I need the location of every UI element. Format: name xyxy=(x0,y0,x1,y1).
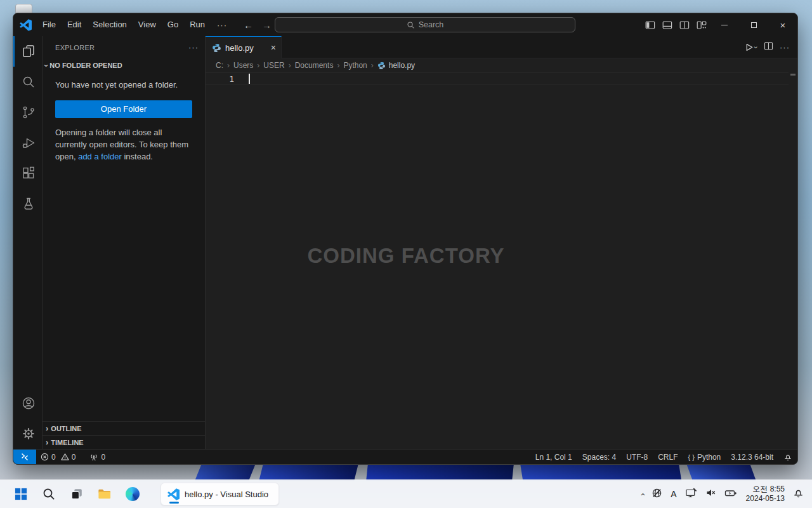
activity-extensions[interactable] xyxy=(13,158,42,189)
activity-source-control[interactable] xyxy=(13,97,42,128)
braces-icon: { } xyxy=(688,453,695,461)
edge-icon xyxy=(126,487,140,501)
text-cursor xyxy=(249,74,250,84)
search-icon xyxy=(42,487,56,501)
activity-explorer[interactable] xyxy=(13,36,42,67)
folder-icon xyxy=(97,486,112,502)
toggle-secondary-sidebar-icon[interactable] xyxy=(676,13,693,36)
ports-status[interactable]: 0 xyxy=(85,450,110,464)
split-editor-button[interactable] xyxy=(764,41,773,53)
chevron-down-icon: › xyxy=(43,64,51,67)
breadcrumb-item[interactable]: C: xyxy=(216,61,223,70)
breadcrumb-file[interactable]: hello.py xyxy=(377,61,415,70)
cast-display-icon[interactable] xyxy=(685,487,697,501)
titlebar-controls: × xyxy=(641,13,797,36)
volume-muted-icon[interactable] xyxy=(705,488,716,500)
remote-indicator[interactable] xyxy=(13,450,36,464)
menu-edit[interactable]: Edit xyxy=(62,13,87,36)
monitor-pen-icon xyxy=(685,487,697,498)
problems-status[interactable]: 0 0 xyxy=(36,450,80,464)
interpreter-label: 3.12.3 64-bit xyxy=(731,453,773,462)
indentation-status[interactable]: Spaces: 4 xyxy=(577,450,621,464)
notifications-button[interactable] xyxy=(778,450,797,464)
bell-icon xyxy=(783,452,792,462)
taskbar-search-button[interactable] xyxy=(41,487,56,502)
customize-layout-icon[interactable] xyxy=(693,13,710,36)
extensions-icon xyxy=(21,166,36,181)
network-status-icon[interactable] xyxy=(652,488,662,501)
search-icon xyxy=(21,74,36,90)
warning-icon xyxy=(61,453,69,461)
error-icon xyxy=(41,453,49,461)
menu-selection[interactable]: Selection xyxy=(87,13,132,36)
activity-testing[interactable] xyxy=(13,189,42,219)
notification-center-button[interactable] xyxy=(793,487,804,501)
panel-outline[interactable]: › OUTLINE xyxy=(43,421,205,435)
chevron-right-icon: › xyxy=(337,61,339,70)
taskbar-clock[interactable]: 오전 8:55 2024-05-13 xyxy=(746,485,785,504)
hidden-icons-chevron-icon[interactable]: › xyxy=(638,493,646,495)
breadcrumb-item[interactable]: Python xyxy=(343,61,367,70)
edge-browser-button[interactable] xyxy=(125,487,140,502)
cursor-position-status[interactable]: Ln 1, Col 1 xyxy=(530,450,577,464)
toggle-panel-icon[interactable] xyxy=(658,13,676,36)
file-explorer-button[interactable] xyxy=(97,487,112,502)
ime-language-indicator[interactable]: A xyxy=(671,489,676,499)
running-app-indicator xyxy=(169,502,179,504)
run-dropdown-chevron-icon[interactable]: › xyxy=(753,46,760,48)
menu-overflow-icon[interactable]: ··· xyxy=(211,20,233,30)
tab-hello-py[interactable]: hello.py × xyxy=(206,36,282,58)
vscode-window: File Edit Selection View Go Run ··· ← → … xyxy=(13,13,798,465)
overview-ruler-cursor-mark xyxy=(790,74,796,76)
settings-button[interactable] xyxy=(13,418,42,449)
panel-timeline[interactable]: › TIMELINE xyxy=(43,435,205,449)
battery-charging-icon[interactable] xyxy=(724,488,738,501)
panel-outline-label: OUTLINE xyxy=(51,425,81,432)
chevron-right-icon: › xyxy=(289,61,291,70)
breadcrumb-item[interactable]: Users xyxy=(233,61,253,70)
remote-icon xyxy=(20,452,29,462)
status-bar-right: Ln 1, Col 1 Spaces: 4 UTF-8 CRLF { } Pyt… xyxy=(530,450,797,464)
debug-icon xyxy=(21,135,36,150)
section-no-folder-opened[interactable]: › NO FOLDER OPENED xyxy=(43,58,205,72)
menu-run[interactable]: Run xyxy=(184,13,211,36)
maximize-button[interactable] xyxy=(739,13,768,36)
sidebar-more-actions-icon[interactable]: ··· xyxy=(188,43,199,52)
menu-go[interactable]: Go xyxy=(162,13,184,36)
forward-icon[interactable]: → xyxy=(262,20,272,30)
tab-close-icon[interactable]: × xyxy=(271,43,276,52)
empty-folder-message: You have not yet opened a folder. xyxy=(55,79,192,91)
task-view-button[interactable] xyxy=(69,487,84,502)
accounts-button[interactable] xyxy=(13,388,42,418)
encoding-status[interactable]: UTF-8 xyxy=(621,450,653,464)
toggle-primary-sidebar-icon[interactable] xyxy=(641,13,658,36)
eol-status[interactable]: CRLF xyxy=(653,450,683,464)
command-center-search[interactable]: Search xyxy=(275,17,575,32)
python-interpreter-status[interactable]: 3.12.3 64-bit xyxy=(726,450,778,464)
code-area[interactable]: 1 CODING FACTORY xyxy=(206,72,797,449)
run-python-file-button[interactable]: › xyxy=(744,43,757,52)
back-icon[interactable]: ← xyxy=(244,20,253,30)
clock-time: 오전 8:55 xyxy=(746,485,785,494)
breadcrumb[interactable]: C: › Users › USER › Documents › Python › xyxy=(206,58,797,72)
cursor-position-label: Ln 1, Col 1 xyxy=(535,453,572,462)
sidebar-title: EXPLORER xyxy=(55,44,95,51)
add-folder-link[interactable]: add a folder xyxy=(78,152,122,161)
chevron-right-icon: › xyxy=(227,61,230,70)
open-folder-button[interactable]: Open Folder xyxy=(55,100,192,118)
editor-more-actions-icon[interactable]: ··· xyxy=(780,43,790,52)
task-view-icon xyxy=(70,487,84,501)
titlebar: File Edit Selection View Go Run ··· ← → … xyxy=(13,13,797,36)
activity-search[interactable] xyxy=(13,67,42,97)
minimize-button[interactable] xyxy=(710,13,739,36)
close-button[interactable]: × xyxy=(768,13,797,36)
taskbar-app-vscode[interactable]: hello.py - Visual Studio xyxy=(160,483,279,505)
activity-run-debug[interactable] xyxy=(13,128,42,158)
menu-file[interactable]: File xyxy=(37,13,62,36)
start-button[interactable] xyxy=(13,487,28,502)
menu-view[interactable]: View xyxy=(133,13,162,36)
language-mode-status[interactable]: { } Python xyxy=(683,450,726,464)
split-editor-icon xyxy=(764,41,773,51)
breadcrumb-item[interactable]: Documents xyxy=(295,61,334,70)
breadcrumb-item[interactable]: USER xyxy=(263,61,284,70)
